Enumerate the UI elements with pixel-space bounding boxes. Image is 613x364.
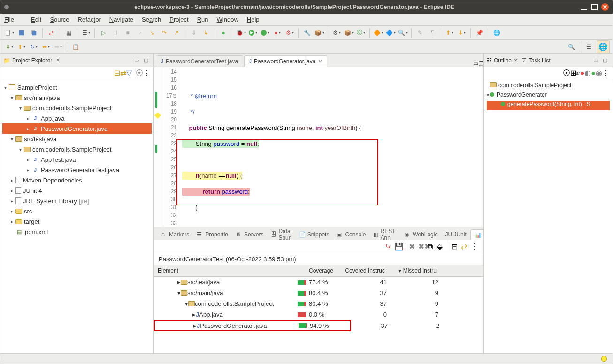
terminate-button[interactable]: ■	[123, 28, 133, 38]
open-type-button[interactable]: 🔶	[373, 28, 383, 38]
disconnect-button[interactable]: ⌿	[135, 28, 145, 38]
pin-button[interactable]: 📌	[474, 28, 484, 38]
toggle-mark-button[interactable]: ✎	[415, 28, 425, 38]
step-return-button[interactable]: ↗	[171, 28, 182, 38]
new-button[interactable]	[4, 28, 15, 38]
coverage-button[interactable]	[260, 28, 270, 38]
menu-run[interactable]: Run	[197, 16, 208, 23]
tree-toggle[interactable]: ▾	[177, 289, 181, 296]
drop-frame-button[interactable]: ⇓	[189, 28, 199, 38]
open-task-button[interactable]: 🔷	[385, 28, 396, 38]
tree-jre[interactable]: ▸JRE System Library[jre]	[2, 196, 152, 206]
tab-pwgen[interactable]: JPasswordGenerator.java✕	[244, 55, 327, 67]
tree-project[interactable]: ▾SampleProject	[2, 82, 152, 92]
push-button[interactable]: ⬆	[16, 42, 27, 52]
tree-src-main[interactable]: ▾src/main/java	[2, 92, 152, 103]
team-button[interactable]: 📋	[70, 42, 81, 52]
tree-package-test[interactable]: ▾com.coderolls.SampleProject	[2, 144, 152, 154]
menu-help[interactable]: Help	[247, 16, 260, 23]
coverage-row[interactable]: ▾com.coderolls.SampleProject80.4 %379	[154, 298, 483, 309]
maximize-view-button[interactable]: ▢	[601, 56, 609, 65]
tab-console[interactable]: ▣Console	[333, 229, 369, 240]
build-icon[interactable]: 🔧	[302, 28, 312, 38]
search-button[interactable]: 🔍	[398, 28, 408, 38]
tab-markers[interactable]: ⚠Markers	[157, 229, 193, 240]
web-browser-button[interactable]: 🌐	[491, 28, 502, 38]
forward-button[interactable]: ➡	[53, 42, 63, 52]
minimize-button[interactable]	[581, 4, 587, 10]
tree-toggle[interactable]: ▸	[177, 279, 181, 286]
select-session-button[interactable]: ⬙	[437, 242, 446, 251]
switch-button[interactable]: ⇄	[46, 28, 56, 38]
collapse-all-button[interactable]: ⊟	[452, 242, 461, 251]
tree-junit[interactable]: ▸JUnit 4	[2, 185, 152, 196]
new-package-button[interactable]: 📦	[344, 28, 354, 38]
warning-marker-icon[interactable]	[154, 112, 161, 119]
tab-pwgentest[interactable]: JPasswordGeneratorTest.java	[156, 55, 243, 67]
focus-button[interactable]: ⦿	[563, 69, 570, 77]
editor-body[interactable]: 141516 17⊖1819 202122 232425 262728 2930…	[154, 67, 483, 227]
col-element[interactable]: Element	[154, 267, 295, 274]
menu-navigate[interactable]: Navigate	[109, 16, 133, 23]
tree-pom[interactable]: ▸▤pom.xml	[2, 227, 152, 237]
menu-project[interactable]: Project	[169, 16, 188, 23]
col-coverage[interactable]: Coverage	[295, 267, 337, 274]
tree-src-test[interactable]: ▾src/test/java	[2, 134, 152, 144]
save-all-button[interactable]	[29, 28, 39, 38]
tree-pwgentest-java[interactable]: ▸JPasswordGeneratorTest.java	[2, 165, 152, 175]
tree-maven-deps[interactable]: ▸Maven Dependencies	[2, 175, 152, 185]
close-button[interactable]	[601, 3, 609, 11]
tree-toggle[interactable]: ▾	[185, 300, 188, 307]
run-button[interactable]: ▶	[248, 28, 258, 38]
debug-button[interactable]: 🐞	[236, 28, 246, 38]
menu-source[interactable]: Source	[50, 16, 69, 23]
tasklist-title[interactable]: Task List	[529, 57, 551, 64]
resume-button[interactable]: ▷	[98, 28, 108, 38]
save-button[interactable]	[16, 28, 27, 38]
perspective-icon-button[interactable]: ▦	[63, 28, 74, 38]
filter-button[interactable]: ▽	[126, 68, 132, 77]
outline-package[interactable]: ▾com.coderolls.SampleProject	[487, 82, 610, 91]
tree-package-main[interactable]: ▾com.coderolls.SampleProject	[2, 103, 152, 113]
suspend-button[interactable]: ⏸	[110, 28, 121, 38]
tab-data-source[interactable]: 🗄Data Sour	[267, 229, 295, 240]
minimize-view-button[interactable]: ▭	[132, 56, 141, 65]
link-with-button[interactable]: ⇄	[461, 242, 470, 251]
menu-file[interactable]: File	[4, 16, 23, 23]
new-server-button[interactable]: ⚙	[331, 28, 342, 38]
outline-method[interactable]: generatePassword(String, int) : S	[487, 101, 610, 110]
hide-fields-button[interactable]: ●	[580, 69, 585, 77]
minimize-editor-button[interactable]: ▭	[473, 60, 478, 67]
next-annotation-button[interactable]: ⬇	[457, 28, 467, 38]
view-menu-button[interactable]: ⋮	[470, 242, 480, 251]
tree-toggle[interactable]: ▸	[192, 311, 196, 318]
az-button[interactable]: aᶻ	[576, 71, 580, 76]
build-dropdown[interactable]: 📦	[314, 28, 324, 38]
hide-local-button[interactable]: ◉	[596, 68, 602, 77]
menu-edit[interactable]: Edit	[31, 16, 41, 23]
sort-button[interactable]: ⊞	[570, 68, 576, 77]
close-view-icon[interactable]: ✕	[56, 57, 60, 63]
maximize-view-button[interactable]: ▢	[142, 56, 150, 65]
tab-servers[interactable]: 🖥Servers	[232, 229, 267, 240]
menu-window[interactable]: Window	[217, 16, 238, 23]
new-class-button[interactable]: Ⓒ	[356, 28, 366, 38]
tab-rest[interactable]: ◧REST Ann	[369, 229, 400, 240]
outline-class[interactable]: ▾PasswordGenerator	[487, 91, 610, 101]
coverage-row[interactable]: ▸JPasswordGenerator.java94.9 %372	[155, 320, 444, 331]
tree-pwgen-java[interactable]: ▸JPasswordGenerator.java	[2, 123, 152, 134]
view-menu-button[interactable]: ⋮	[602, 68, 610, 77]
back-button[interactable]: ⬅	[41, 42, 51, 52]
remove-all-button[interactable]: ✖✖	[418, 242, 428, 251]
external-tools-button[interactable]: ⚙	[284, 28, 295, 38]
step-over-button[interactable]: ↷	[159, 28, 169, 38]
tip-icon[interactable]	[601, 356, 607, 362]
hide-nonpublic-button[interactable]: ●	[591, 69, 596, 77]
tree-src-folder[interactable]: ▸src	[2, 206, 152, 216]
quick-access-button[interactable]: 🔍	[566, 42, 576, 52]
run-last-button[interactable]: ●	[272, 28, 283, 38]
pull-button[interactable]: ↻	[29, 42, 39, 52]
prev-annotation-button[interactable]: ⬆	[444, 28, 455, 38]
collapse-all-button[interactable]: ⊟	[114, 68, 120, 77]
tree-target-folder[interactable]: ▸target	[2, 216, 152, 227]
